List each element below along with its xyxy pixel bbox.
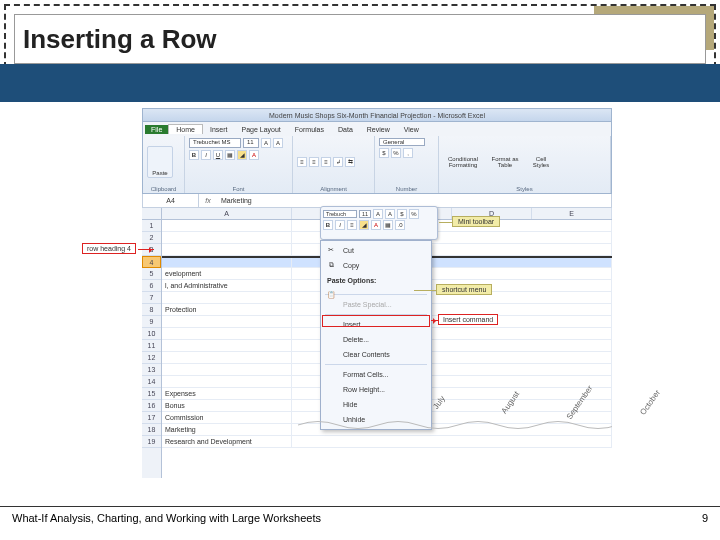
row-header-5[interactable]: 5 — [142, 268, 161, 280]
format-as-table-button[interactable]: Format as Table — [488, 156, 522, 168]
tab-review[interactable]: Review — [360, 125, 397, 134]
cell[interactable]: Commission — [162, 412, 292, 423]
row-header-17[interactable]: 17 — [142, 412, 161, 424]
row-header-7[interactable]: 7 — [142, 292, 161, 304]
ctx-delete[interactable]: Delete... — [321, 332, 431, 347]
cell[interactable]: Expenses — [162, 388, 292, 399]
cell[interactable] — [162, 328, 292, 339]
col-header-e[interactable]: E — [532, 208, 612, 219]
cell[interactable]: Bonus — [162, 400, 292, 411]
cell[interactable]: Protection — [162, 304, 292, 315]
ctx-copy[interactable]: ⧉Copy — [321, 258, 431, 273]
ctx-cut[interactable]: ✂Cut — [321, 243, 431, 258]
ribbon: Paste Clipboard Trebuchet MS 11 A A B I … — [142, 136, 612, 194]
ctx-format-cells[interactable]: Format Cells... — [321, 367, 431, 382]
number-format-box[interactable]: General — [379, 138, 425, 146]
ribbon-group-number: Number — [379, 186, 434, 193]
tab-view[interactable]: View — [397, 125, 426, 134]
mini-font-size[interactable]: 11 — [359, 210, 371, 218]
row-header-15[interactable]: 15 — [142, 388, 161, 400]
mini-grow-font-icon[interactable]: A — [373, 209, 383, 219]
cell[interactable] — [162, 244, 292, 255]
fx-icon[interactable]: fx — [199, 197, 217, 204]
fill-color-icon[interactable]: ◢ — [237, 150, 247, 160]
mini-fill-icon[interactable]: ◢ — [359, 220, 369, 230]
row-header-18[interactable]: 18 — [142, 424, 161, 436]
file-tab[interactable]: File — [145, 125, 168, 134]
mini-decimal-icon[interactable]: .0 — [395, 220, 405, 230]
select-all-corner[interactable] — [142, 208, 162, 219]
mini-font-name[interactable]: Trebuch — [323, 210, 357, 218]
cell[interactable] — [162, 352, 292, 363]
tab-page-layout[interactable]: Page Layout — [234, 125, 287, 134]
col-header-a[interactable]: A — [162, 208, 292, 219]
ctx-clear[interactable]: Clear Contents — [321, 347, 431, 362]
cell[interactable] — [162, 316, 292, 327]
row-header-16[interactable]: 16 — [142, 400, 161, 412]
row-header-4[interactable]: 4 — [142, 256, 161, 268]
grow-font-icon[interactable]: A — [261, 138, 271, 148]
mini-border-icon[interactable]: ▦ — [383, 220, 393, 230]
cell[interactable]: Research and Development — [162, 436, 292, 447]
mini-currency-icon[interactable]: $ — [397, 209, 407, 219]
row-header-9[interactable]: 9 — [142, 316, 161, 328]
merge-icon[interactable]: ⇆ — [345, 157, 355, 167]
align-right-icon[interactable]: ≡ — [321, 157, 331, 167]
cell[interactable] — [162, 376, 292, 387]
mini-toolbar[interactable]: Trebuch 11 A A $ % B I ≡ ◢ A ▦ .0 — [320, 206, 438, 240]
tab-home[interactable]: Home — [168, 124, 203, 134]
tab-data[interactable]: Data — [331, 125, 360, 134]
row-header-12[interactable]: 12 — [142, 352, 161, 364]
row-header-6[interactable]: 6 — [142, 280, 161, 292]
mini-bold-icon[interactable]: B — [323, 220, 333, 230]
mini-align-icon[interactable]: ≡ — [347, 220, 357, 230]
cell[interactable] — [162, 340, 292, 351]
cell[interactable]: l, and Administrative — [162, 280, 292, 291]
excel-titlebar: Modern Music Shops Six-Month Financial P… — [142, 108, 612, 122]
currency-icon[interactable]: $ — [379, 148, 389, 158]
row-header-8[interactable]: 8 — [142, 304, 161, 316]
cell[interactable] — [162, 364, 292, 375]
row-header-11[interactable]: 11 — [142, 340, 161, 352]
percent-icon[interactable]: % — [391, 148, 401, 158]
row-header-14[interactable]: 14 — [142, 376, 161, 388]
font-size-box[interactable]: 11 — [243, 138, 259, 148]
row-header-1[interactable]: 1 — [142, 220, 161, 232]
paste-button[interactable]: Paste — [147, 146, 173, 178]
tab-insert[interactable]: Insert — [203, 125, 235, 134]
tab-formulas[interactable]: Formulas — [288, 125, 331, 134]
row-header-10[interactable]: 10 — [142, 328, 161, 340]
wrap-text-icon[interactable]: ↲ — [333, 157, 343, 167]
row-header-13[interactable]: 13 — [142, 364, 161, 376]
formula-input[interactable]: Marketing — [217, 197, 611, 204]
name-box[interactable]: A4 — [143, 194, 199, 207]
underline-icon[interactable]: U — [213, 150, 223, 160]
font-color-icon[interactable]: A — [249, 150, 259, 160]
conditional-formatting-button[interactable]: Conditional Formatting — [443, 156, 483, 168]
cell[interactable]: evelopment — [162, 268, 292, 279]
ctx-row-height[interactable]: Row Height... — [321, 382, 431, 397]
cell-styles-button[interactable]: Cell Styles — [527, 156, 555, 168]
cell[interactable] — [162, 232, 292, 243]
cell[interactable] — [162, 292, 292, 303]
row-header-2[interactable]: 2 — [142, 232, 161, 244]
mini-percent-icon[interactable]: % — [409, 209, 419, 219]
cell[interactable] — [162, 258, 292, 267]
ribbon-group-font: Font — [189, 186, 288, 193]
align-left-icon[interactable]: ≡ — [297, 157, 307, 167]
mini-italic-icon[interactable]: I — [335, 220, 345, 230]
align-center-icon[interactable]: ≡ — [309, 157, 319, 167]
font-name-box[interactable]: Trebuchet MS — [189, 138, 241, 148]
excel-screenshot: Modern Music Shops Six-Month Financial P… — [142, 108, 612, 478]
shrink-font-icon[interactable]: A — [273, 138, 283, 148]
bold-icon[interactable]: B — [189, 150, 199, 160]
mini-shrink-font-icon[interactable]: A — [385, 209, 395, 219]
cell[interactable]: Marketing — [162, 424, 292, 435]
border-icon[interactable]: ▦ — [225, 150, 235, 160]
cell[interactable] — [162, 220, 292, 231]
mini-fontcolor-icon[interactable]: A — [371, 220, 381, 230]
ctx-hide[interactable]: Hide — [321, 397, 431, 412]
comma-icon[interactable]: , — [403, 148, 413, 158]
italic-icon[interactable]: I — [201, 150, 211, 160]
row-header-19[interactable]: 19 — [142, 436, 161, 448]
